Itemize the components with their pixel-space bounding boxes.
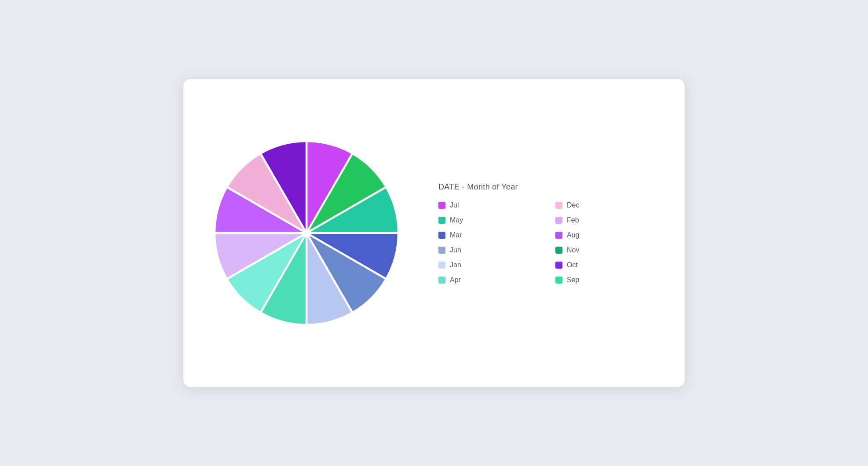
legend-item-jan: Jan xyxy=(438,261,541,269)
legend-item-aug: Aug xyxy=(555,231,658,239)
legend-grid: JulDecMayFebMarAugJunNovJanOctAprSep xyxy=(438,201,658,284)
legend-item-oct: Oct xyxy=(555,261,658,269)
chart-card: DATE - Month of Year JulDecMayFebMarAugJ… xyxy=(183,79,685,387)
legend-swatch-nov xyxy=(555,247,562,254)
legend-swatch-aug xyxy=(555,232,562,239)
legend-label-nov: Nov xyxy=(567,246,579,254)
legend-swatch-apr xyxy=(438,277,445,284)
legend-swatch-feb xyxy=(555,217,562,224)
legend-title: DATE - Month of Year xyxy=(438,182,658,192)
legend-item-apr: Apr xyxy=(438,276,541,284)
legend-label-jun: Jun xyxy=(450,246,461,254)
legend-swatch-oct xyxy=(555,262,562,269)
legend-item-jun: Jun xyxy=(438,246,541,254)
legend-label-jan: Jan xyxy=(450,261,461,269)
legend-label-mar: Mar xyxy=(450,231,462,239)
legend-swatch-mar xyxy=(438,232,445,239)
legend-area: DATE - Month of Year JulDecMayFebMarAugJ… xyxy=(438,182,658,284)
pie-chart xyxy=(210,136,403,330)
legend-item-sep: Sep xyxy=(555,276,658,284)
legend-swatch-jun xyxy=(438,247,445,254)
legend-label-oct: Oct xyxy=(567,261,578,269)
legend-swatch-jul xyxy=(438,202,445,209)
legend-item-dec: Dec xyxy=(555,201,658,209)
legend-swatch-sep xyxy=(555,277,562,284)
legend-swatch-dec xyxy=(555,202,562,209)
legend-label-dec: Dec xyxy=(567,201,579,209)
legend-item-may: May xyxy=(438,216,541,224)
legend-item-nov: Nov xyxy=(555,246,658,254)
legend-item-mar: Mar xyxy=(438,231,541,239)
legend-label-apr: Apr xyxy=(450,276,461,284)
legend-swatch-may xyxy=(438,217,445,224)
legend-swatch-jan xyxy=(438,262,445,269)
legend-item-feb: Feb xyxy=(555,216,658,224)
chart-area: DATE - Month of Year JulDecMayFebMarAugJ… xyxy=(210,136,658,330)
legend-label-jul: Jul xyxy=(450,201,459,209)
legend-label-aug: Aug xyxy=(567,231,579,239)
legend-label-feb: Feb xyxy=(567,216,579,224)
legend-item-jul: Jul xyxy=(438,201,541,209)
legend-label-may: May xyxy=(450,216,463,224)
legend-label-sep: Sep xyxy=(567,276,579,284)
